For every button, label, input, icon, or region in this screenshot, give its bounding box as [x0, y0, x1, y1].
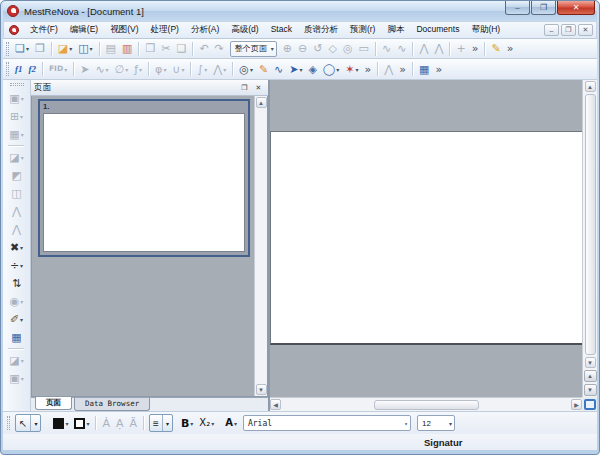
menu-file[interactable]: 文件(F)	[24, 22, 64, 38]
close-button[interactable]: ✕	[557, 1, 595, 15]
zoom-tools-overflow-button[interactable]: »	[470, 40, 481, 57]
letter-spacing-tight-button[interactable]: Ȧ	[100, 415, 112, 432]
scroll-right-icon[interactable]: ▶	[571, 399, 582, 410]
font-size-combo[interactable]: 12 ▾	[417, 415, 455, 431]
menu-script[interactable]: 脚本	[381, 22, 410, 38]
mdi-minimize-button[interactable]: –	[544, 24, 559, 36]
font-family-combo[interactable]: Arial ▾	[243, 415, 411, 431]
alignment-button[interactable]: ≡ ▾	[149, 414, 173, 432]
swap-order-button[interactable]: ⇅	[10, 274, 23, 292]
zoom-in-button[interactable]: ⊕	[281, 40, 294, 57]
scroll-up-icon[interactable]: ▲	[256, 97, 267, 108]
data-table-button[interactable]: ▦	[9, 328, 23, 346]
snapshot-button[interactable]: ▣▾	[7, 369, 25, 387]
increase-intensity-button[interactable]: ⋀	[417, 40, 430, 57]
pages-panel-header[interactable]: 页面 ❐ ✕	[31, 80, 268, 96]
align-objects-button[interactable]: ▣▾	[7, 89, 25, 107]
previous-page-button[interactable]: ▲	[584, 370, 597, 382]
apodization-button[interactable]: ∿▾	[93, 61, 110, 78]
vertical-scroll-thumb[interactable]	[585, 94, 596, 355]
circle-select-button[interactable]: ◯▾	[321, 61, 341, 78]
restore-zoom-button[interactable]: ↺	[311, 40, 324, 57]
save-button[interactable]: ◫▾	[76, 40, 94, 57]
divide-button[interactable]: ÷▾	[8, 256, 25, 274]
panel-float-button[interactable]: ❐	[238, 82, 251, 94]
previous-view-button[interactable]: ◎	[341, 40, 355, 57]
stack-spectra-button[interactable]: ⋀	[10, 202, 23, 220]
peak-picking-button[interactable]: ⋀▾	[211, 61, 228, 78]
fourier-transform-button[interactable]: ƒ▾	[132, 61, 144, 78]
chevron-down-icon[interactable]: ▾	[162, 415, 172, 431]
new-document-button[interactable]: ❏▾	[13, 40, 31, 57]
alignment-grid-button[interactable]: ⊞▾	[8, 107, 25, 125]
font-color-button[interactable]: A ▾	[223, 415, 239, 432]
menu-process[interactable]: 处理(P)	[145, 22, 185, 38]
horizontal-scroll-thumb[interactable]	[374, 400, 479, 410]
edit-graphics-button[interactable]: ◪▾	[7, 148, 25, 166]
bold-button[interactable]: B ▾	[179, 415, 195, 432]
compress-horizontal-button[interactable]: ∿	[395, 40, 408, 57]
subscript-button[interactable]: X₂ ▾	[197, 415, 216, 432]
edit-mask-button[interactable]: ◩	[9, 166, 23, 184]
scroll-left-icon[interactable]: ◀	[270, 399, 281, 410]
document-canvas[interactable]	[270, 80, 582, 397]
parameters-table-button[interactable]: ▦	[417, 61, 431, 78]
zero-filling-button[interactable]: ∅▾	[113, 61, 131, 78]
menu-help[interactable]: 帮助(H)	[465, 22, 506, 38]
tab-pages[interactable]: 页面	[35, 397, 72, 410]
vertical-scrollbar[interactable]: ▲ ▼ ▲ ▼	[582, 80, 597, 397]
scroll-down-icon[interactable]: ▼	[585, 357, 596, 368]
toolbar-drag-handle[interactable]	[10, 83, 24, 86]
peaks-overflow-button[interactable]: »	[397, 61, 408, 78]
maximize-button[interactable]: ❐	[531, 1, 556, 15]
menu-mass-analysis[interactable]: 质谱分析	[298, 22, 344, 38]
peaks-panel-button[interactable]: ⋀	[382, 61, 395, 78]
cursor-mode-button[interactable]: ↖ ▾	[15, 414, 41, 432]
toolbar-drag-handle[interactable]	[6, 42, 9, 56]
undo-button[interactable]: ↶	[197, 40, 210, 57]
annotate-overflow-button[interactable]: »	[505, 40, 516, 57]
split-view-button[interactable]: ◫	[9, 184, 23, 202]
f1-dimension-button[interactable]: f1	[13, 61, 25, 78]
export-pdf-button[interactable]: ▥	[120, 40, 134, 57]
baseline-correction-button[interactable]: ∪▾	[170, 61, 186, 78]
menu-view[interactable]: 视图(V)	[104, 22, 144, 38]
scroll-down-icon[interactable]: ▼	[256, 384, 267, 395]
toolbar-drag-handle[interactable]	[7, 416, 10, 430]
decrease-intensity-button[interactable]: ⋀	[432, 40, 445, 57]
graphics-overflow-button[interactable]: »	[363, 61, 374, 78]
menu-predict[interactable]: 预测(r)	[344, 22, 382, 38]
tab-data-browser[interactable]: Data Browser	[74, 398, 150, 411]
menu-edit[interactable]: 编辑(E)	[64, 22, 104, 38]
point-marker-button[interactable]: ✶▾	[343, 61, 360, 78]
redo-button[interactable]: ↷	[213, 40, 226, 57]
open-button[interactable]: ◪▾	[56, 40, 74, 57]
cut-button[interactable]: ✂	[159, 40, 172, 57]
expand-horizontal-button[interactable]: ∿	[380, 40, 393, 57]
table-overflow-button[interactable]: »	[434, 61, 445, 78]
fid-button[interactable]: FID▾	[47, 61, 69, 78]
paste-button[interactable]: ❑	[175, 40, 189, 57]
chevron-down-icon[interactable]: ▾	[30, 415, 40, 431]
zoom-tool-button[interactable]: ◎▾	[237, 61, 255, 78]
f2-dimension-button[interactable]: f2	[27, 61, 39, 78]
arrange-layout-button[interactable]: ▦▾	[7, 125, 25, 143]
print-button[interactable]: ▤	[104, 40, 118, 57]
line-color-button[interactable]: ▾	[72, 415, 91, 432]
letter-spacing-normal-button[interactable]: Ạ	[114, 415, 126, 432]
document-logo-icon[interactable]	[9, 25, 19, 35]
new-page-button[interactable]: ❐	[33, 40, 47, 57]
panel-close-button[interactable]: ✕	[252, 82, 265, 94]
crop-region-button[interactable]: ◪▾	[7, 351, 25, 369]
title-bar[interactable]: MestReNova - [Document 1] – ❐ ✕	[3, 1, 597, 21]
multiply-button[interactable]: ✖▾	[8, 238, 25, 256]
pin-annotation-button[interactable]: ✐▾	[8, 310, 25, 328]
minimize-button[interactable]: –	[505, 1, 530, 15]
selection-cursor-button[interactable]: ➤▾	[287, 61, 304, 78]
menu-stack[interactable]: Stack	[265, 22, 298, 38]
auto-processing-button[interactable]: ➤	[78, 61, 91, 78]
pan-button[interactable]: ◇	[327, 40, 339, 57]
horizontal-scrollbar[interactable]: ◀ ▶	[270, 397, 582, 411]
document-page[interactable]	[270, 131, 582, 345]
polygon-select-button[interactable]: ◈	[307, 61, 319, 78]
